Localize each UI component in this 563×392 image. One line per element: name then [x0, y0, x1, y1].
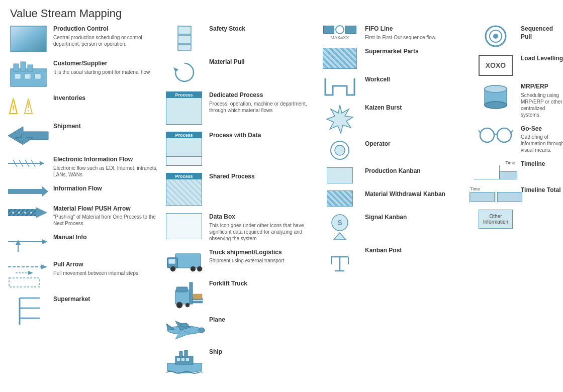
mrp-erp-desc: Scheduling using MRP/ERP or other centra…	[521, 92, 563, 118]
ship-icon	[164, 348, 204, 374]
svg-rect-63	[193, 294, 202, 299]
pull-arrow-desc: Pull movement between internal steps.	[53, 270, 158, 276]
operator-label: Operator	[365, 140, 470, 148]
svg-point-78	[335, 145, 345, 155]
plane-icon	[164, 316, 204, 341]
svg-point-53	[170, 266, 175, 271]
column-2: Safety Stock Material Pull Process	[161, 25, 317, 381]
fifo-line-label: FIFO Line	[365, 25, 470, 33]
data-box-label: Data Box	[209, 213, 314, 221]
shipment-item: Shipment	[8, 123, 158, 149]
data-box-icon	[164, 213, 204, 239]
shared-process-item: Process Shared Process	[164, 173, 314, 206]
svg-point-65	[199, 328, 205, 333]
page-title: Value Stream Mapping	[0, 0, 563, 25]
svg-rect-75	[186, 358, 189, 361]
kanban-post-item: Kanban Post	[320, 247, 470, 273]
inventories-icon: !	[8, 94, 48, 116]
supermarket-parts-icon	[320, 48, 360, 69]
svg-rect-74	[181, 358, 184, 361]
svg-point-29	[18, 212, 20, 214]
supermarket-item: Supermarket	[8, 296, 158, 326]
svg-marker-34	[42, 239, 47, 244]
kanban-post-icon	[320, 247, 360, 273]
supermarket-icon	[8, 296, 48, 326]
svg-rect-5	[15, 74, 21, 79]
process-with-data-item: Process Process with Data	[164, 132, 314, 166]
ship-label: Ship	[209, 348, 314, 356]
customer-supplier-icon	[8, 60, 48, 87]
material-flow-push-desc: "Pushing" of Material from One Process t…	[53, 214, 158, 227]
go-see-label: Go-See	[521, 125, 563, 133]
production-kanban-icon	[320, 167, 360, 183]
mrp-erp-label: MRP/ERP	[521, 83, 563, 91]
load-levelling-icon: XOXO	[476, 55, 516, 76]
supermarket-parts-label: Supermarket Parts	[365, 48, 470, 56]
truck-shipment-icon	[164, 249, 204, 273]
operator-item: Operator	[320, 140, 470, 160]
forklift-truck-label: Forklift Truck	[209, 280, 314, 288]
information-flow-label: Information Flow	[53, 185, 158, 193]
svg-point-93	[485, 85, 507, 92]
svg-line-98	[511, 130, 513, 133]
svg-text:!: !	[12, 104, 15, 112]
svg-marker-81	[334, 233, 346, 240]
timeline-total-icon: Time	[476, 186, 516, 203]
kaizen-burst-item: Kaizen Burst	[320, 104, 470, 133]
safety-stock-item: Safety Stock	[164, 25, 314, 51]
information-flow-icon	[8, 185, 48, 198]
svg-marker-13	[8, 127, 48, 145]
safety-stock-label: Safety Stock	[209, 25, 314, 33]
timeline-item: Time Timeline	[476, 160, 563, 179]
svg-rect-57	[190, 282, 193, 304]
dedicated-process-icon: Process	[164, 91, 204, 125]
svg-rect-73	[177, 358, 180, 361]
shipment-icon	[8, 123, 48, 149]
workcell-icon	[320, 76, 360, 97]
svg-rect-2	[14, 64, 19, 71]
material-pull-icon	[164, 58, 204, 84]
mrp-erp-item: MRP/ERP Scheduling using MRP/ERP or othe…	[476, 83, 563, 118]
svg-marker-76	[327, 105, 353, 133]
svg-rect-3	[21, 62, 26, 71]
other-information-item: Other Information	[476, 210, 563, 229]
svg-point-92	[485, 102, 507, 109]
sequenced-pull-label: Sequenced Pull	[521, 25, 563, 41]
svg-marker-32	[36, 207, 47, 218]
forklift-truck-icon	[164, 280, 204, 309]
manual-info-label: Manual Info	[53, 234, 158, 242]
workcell-label: Workcell	[365, 76, 470, 84]
truck-shipment-item: Truck shipment/Logistics Shipment using …	[164, 249, 314, 273]
electronic-info-flow-icon	[8, 156, 48, 171]
sequenced-pull-icon	[476, 25, 516, 48]
sequenced-pull-item: Sequenced Pull	[476, 25, 563, 48]
kaizen-burst-label: Kaizen Burst	[365, 104, 470, 112]
other-info-text: Other Information	[479, 214, 512, 225]
svg-marker-38	[41, 264, 47, 269]
customer-supplier-label: Customer/Supplier	[53, 60, 158, 68]
pull-arrow-item: Pull Arrow Pull movement between interna…	[8, 261, 158, 288]
electronic-info-flow-item: Electronic Information Flow Electronic f…	[8, 156, 158, 178]
svg-point-61	[176, 302, 182, 308]
svg-point-55	[197, 266, 202, 271]
svg-point-12	[28, 110, 29, 112]
truck-shipment-label: Truck shipment/Logistics	[209, 249, 314, 257]
manual-info-icon	[8, 234, 48, 254]
svg-rect-50	[175, 254, 201, 268]
shared-process-label: Shared Process	[209, 173, 314, 181]
material-withdrawal-kanban-item: Material Withdrawal Kanban	[320, 190, 470, 207]
svg-marker-14	[13, 144, 23, 149]
production-kanban-label: Production Kanban	[365, 167, 470, 175]
material-withdrawal-kanban-label: Material Withdrawal Kanban	[365, 190, 470, 199]
svg-text:S: S	[337, 219, 342, 227]
customer-supplier-desc: It is the usual starting point for mater…	[53, 69, 158, 75]
svg-rect-7	[35, 74, 41, 79]
svg-rect-48	[178, 44, 191, 50]
svg-marker-24	[42, 186, 48, 197]
operator-icon	[320, 140, 360, 160]
inventories-item: ! Inventories	[8, 94, 158, 116]
svg-point-28	[12, 212, 14, 214]
kaizen-burst-icon	[320, 104, 360, 133]
signal-kanban-label: Signal Kanban	[365, 214, 470, 222]
column-4: Sequenced Pull XOXO Load Levelling	[473, 25, 563, 381]
